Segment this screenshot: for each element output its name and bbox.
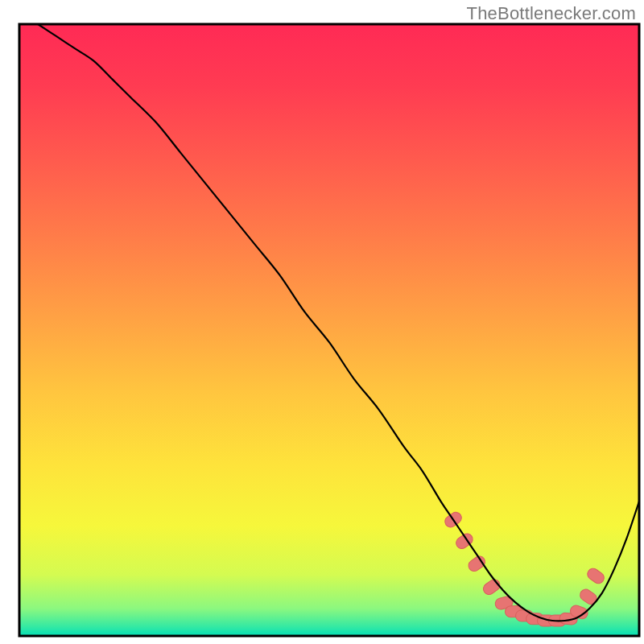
gradient-background: [19, 24, 639, 636]
chart-svg: [0, 0, 644, 644]
plot-area: [19, 24, 639, 636]
bottleneck-chart: TheBottlenecker.com: [0, 0, 644, 644]
